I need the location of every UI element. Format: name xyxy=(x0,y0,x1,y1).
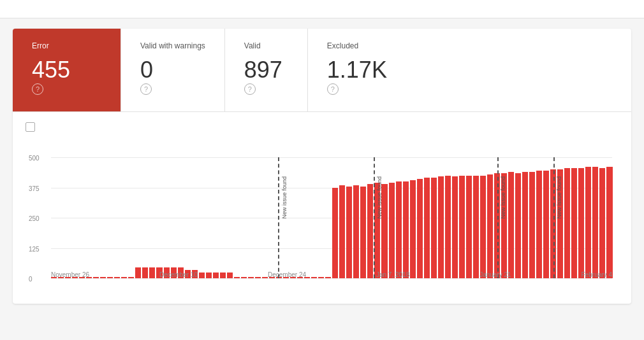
bar xyxy=(473,176,479,279)
help-icon-valid[interactable]: ? xyxy=(244,83,256,95)
gridline-label: 250 xyxy=(29,215,40,222)
main-content: Error455?Valid with warnings0?Valid897?E… xyxy=(0,18,644,314)
bar xyxy=(339,185,345,278)
bar xyxy=(564,168,570,278)
bar xyxy=(599,168,605,278)
chart-area: 5003752501250 New issue foundNew issue f… xyxy=(13,112,631,304)
bar xyxy=(578,168,584,278)
stat-box-error: Error455? xyxy=(13,29,121,111)
gridline-label: 375 xyxy=(29,185,40,192)
stat-box-valid: Valid897? xyxy=(225,29,308,111)
x-label: Jan 7, 2018 xyxy=(376,271,409,278)
bar xyxy=(592,167,598,278)
bar xyxy=(389,183,395,278)
stat-value-excluded: 1.17K xyxy=(327,57,387,83)
gridline-label: 125 xyxy=(29,245,40,252)
dashed-label-d4: New issue found xyxy=(556,176,563,219)
bar xyxy=(403,181,409,278)
stat-box-valid_with_warnings: Valid with warnings0? xyxy=(121,29,225,111)
x-label: February 4 xyxy=(582,271,612,278)
chart-inner: 5003752501250 New issue foundNew issue f… xyxy=(51,157,612,278)
stat-label-valid_with_warnings: Valid with warnings xyxy=(140,41,205,50)
bar xyxy=(424,178,430,278)
x-axis-labels: November 26December 10December 24Jan 7, … xyxy=(51,271,612,278)
dashed-line-d2 xyxy=(374,157,375,278)
bar xyxy=(508,172,514,278)
bar xyxy=(606,167,612,278)
header xyxy=(0,0,644,18)
bar xyxy=(487,174,493,278)
bar xyxy=(515,173,521,278)
impressions-row xyxy=(26,122,618,132)
dashed-line-d3 xyxy=(497,157,499,278)
bar xyxy=(452,176,458,278)
dashed-line-d1 xyxy=(278,157,279,278)
stat-box-excluded: Excluded1.17K? xyxy=(308,29,406,111)
gridline: 0 xyxy=(51,278,612,279)
help-icon-valid_with_warnings[interactable]: ? xyxy=(140,83,152,95)
bar xyxy=(480,176,486,279)
bar xyxy=(585,167,591,278)
gridline-label: 500 xyxy=(29,155,40,162)
x-label: December 24 xyxy=(268,271,306,278)
bar xyxy=(445,176,451,279)
bar xyxy=(367,184,373,278)
bar xyxy=(522,172,528,278)
bar xyxy=(438,176,444,278)
dashed-label-d3: New issue found xyxy=(500,176,507,219)
bar xyxy=(332,188,338,279)
x-label: November 26 xyxy=(51,271,89,278)
bar xyxy=(360,187,366,278)
bar xyxy=(396,181,402,278)
x-label: January 21 xyxy=(479,271,511,278)
gridline-label: 0 xyxy=(29,276,33,283)
bar xyxy=(410,180,416,278)
bar xyxy=(536,171,542,278)
bar xyxy=(466,176,472,279)
chart-container: 5003752501250 New issue foundNew issue f… xyxy=(26,145,618,297)
dashed-label-d1: New issue found xyxy=(281,176,288,219)
bars-area xyxy=(51,157,612,278)
dashed-label-d2: New issue found xyxy=(376,176,383,219)
bar xyxy=(459,176,465,279)
stat-label-valid: Valid xyxy=(244,41,288,50)
dashed-line-d4 xyxy=(553,157,555,278)
bar xyxy=(417,179,423,278)
stats-row: Error455?Valid with warnings0?Valid897?E… xyxy=(13,29,631,112)
stat-label-excluded: Excluded xyxy=(327,41,387,50)
stat-value-valid: 897 xyxy=(244,57,282,83)
x-label: December 10 xyxy=(159,271,198,278)
stat-value-valid_with_warnings: 0 xyxy=(140,57,153,83)
bar xyxy=(543,171,549,278)
bar xyxy=(346,187,352,278)
bar xyxy=(431,178,437,278)
stat-value-error: 455 xyxy=(32,57,70,83)
bar xyxy=(353,185,359,278)
index-coverage-card: Error455?Valid with warnings0?Valid897?E… xyxy=(13,29,631,304)
stat-label-error: Error xyxy=(32,41,101,50)
bar xyxy=(529,172,535,278)
help-icon-excluded[interactable]: ? xyxy=(327,83,339,95)
impressions-checkbox[interactable] xyxy=(26,122,35,132)
bar xyxy=(571,168,577,278)
help-icon-error[interactable]: ? xyxy=(32,83,43,95)
